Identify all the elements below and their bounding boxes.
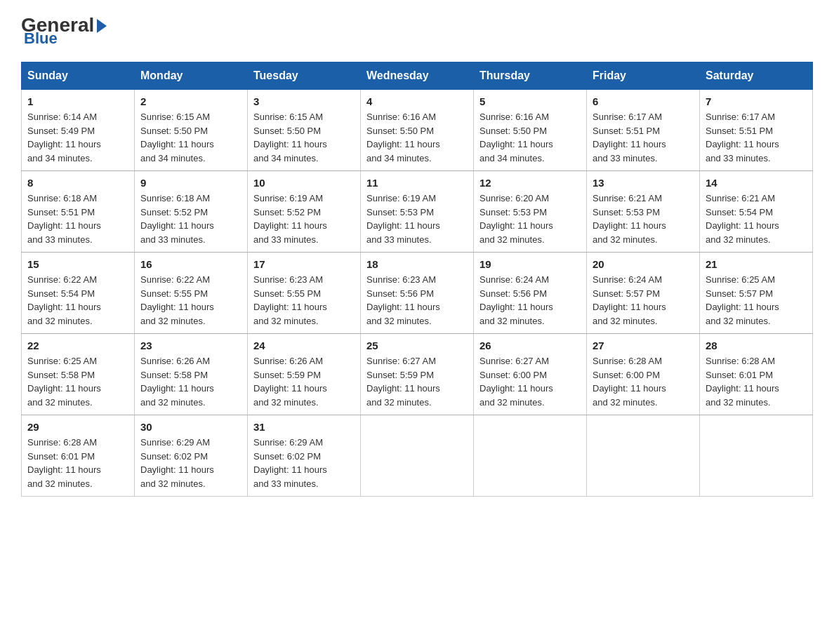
day-number: 19 bbox=[479, 258, 581, 270]
day-info: Sunrise: 6:22 AMSunset: 5:55 PMDaylight:… bbox=[140, 273, 241, 328]
day-info: Sunrise: 6:19 AMSunset: 5:52 PMDaylight:… bbox=[253, 192, 355, 246]
day-info: Sunrise: 6:25 AMSunset: 5:58 PMDaylight:… bbox=[27, 354, 128, 409]
day-cell: 12Sunrise: 6:20 AMSunset: 5:53 PMDayligh… bbox=[474, 171, 587, 253]
day-number: 23 bbox=[140, 340, 241, 351]
day-cell: 29Sunrise: 6:28 AMSunset: 6:01 PMDayligh… bbox=[22, 415, 135, 497]
day-cell: 8Sunrise: 6:18 AMSunset: 5:51 PMDaylight… bbox=[22, 171, 135, 253]
day-number: 31 bbox=[253, 421, 355, 433]
day-number: 4 bbox=[366, 95, 468, 107]
day-info: Sunrise: 6:23 AMSunset: 5:56 PMDaylight:… bbox=[366, 273, 468, 328]
day-number: 8 bbox=[27, 177, 128, 189]
day-number: 21 bbox=[706, 258, 807, 270]
day-cell: 24Sunrise: 6:26 AMSunset: 5:59 PMDayligh… bbox=[248, 334, 361, 415]
day-info: Sunrise: 6:14 AMSunset: 5:49 PMDaylight:… bbox=[27, 110, 128, 165]
day-info: Sunrise: 6:15 AMSunset: 5:50 PMDaylight:… bbox=[253, 110, 355, 165]
day-info: Sunrise: 6:28 AMSunset: 6:01 PMDaylight:… bbox=[27, 436, 128, 490]
header-cell-monday: Monday bbox=[135, 62, 248, 90]
day-cell: 30Sunrise: 6:29 AMSunset: 6:02 PMDayligh… bbox=[135, 415, 248, 497]
day-number: 16 bbox=[140, 258, 241, 270]
day-cell: 31Sunrise: 6:29 AMSunset: 6:02 PMDayligh… bbox=[248, 415, 361, 497]
day-number: 22 bbox=[27, 340, 128, 351]
day-number: 7 bbox=[706, 95, 807, 107]
day-info: Sunrise: 6:28 AMSunset: 6:01 PMDaylight:… bbox=[706, 354, 807, 409]
day-number: 24 bbox=[253, 340, 355, 351]
header-cell-sunday: Sunday bbox=[22, 62, 135, 90]
day-number: 29 bbox=[27, 421, 128, 433]
day-number: 25 bbox=[366, 340, 468, 351]
day-info: Sunrise: 6:21 AMSunset: 5:53 PMDaylight:… bbox=[593, 192, 694, 246]
day-number: 26 bbox=[479, 340, 581, 351]
day-info: Sunrise: 6:23 AMSunset: 5:55 PMDaylight:… bbox=[253, 273, 355, 328]
day-cell: 14Sunrise: 6:21 AMSunset: 5:54 PMDayligh… bbox=[700, 171, 813, 253]
header-row: SundayMondayTuesdayWednesdayThursdayFrid… bbox=[22, 62, 813, 90]
day-cell: 23Sunrise: 6:26 AMSunset: 5:58 PMDayligh… bbox=[135, 334, 248, 415]
day-info: Sunrise: 6:16 AMSunset: 5:50 PMDaylight:… bbox=[479, 110, 581, 165]
day-cell bbox=[361, 415, 474, 497]
day-number: 17 bbox=[253, 258, 355, 270]
day-number: 1 bbox=[27, 95, 128, 107]
day-number: 2 bbox=[140, 95, 241, 107]
day-info: Sunrise: 6:26 AMSunset: 5:58 PMDaylight:… bbox=[140, 354, 241, 409]
day-cell: 20Sunrise: 6:24 AMSunset: 5:57 PMDayligh… bbox=[587, 253, 700, 334]
day-info: Sunrise: 6:27 AMSunset: 6:00 PMDaylight:… bbox=[479, 354, 581, 409]
day-cell: 11Sunrise: 6:19 AMSunset: 5:53 PMDayligh… bbox=[361, 171, 474, 253]
day-number: 28 bbox=[706, 340, 807, 351]
day-number: 30 bbox=[140, 421, 241, 433]
day-number: 10 bbox=[253, 177, 355, 189]
day-cell: 21Sunrise: 6:25 AMSunset: 5:57 PMDayligh… bbox=[700, 253, 813, 334]
day-number: 6 bbox=[593, 95, 694, 107]
day-info: Sunrise: 6:29 AMSunset: 6:02 PMDaylight:… bbox=[140, 436, 241, 490]
header-cell-wednesday: Wednesday bbox=[361, 62, 474, 90]
day-cell: 10Sunrise: 6:19 AMSunset: 5:52 PMDayligh… bbox=[248, 171, 361, 253]
week-row-1: 1Sunrise: 6:14 AMSunset: 5:49 PMDaylight… bbox=[22, 90, 813, 171]
week-row-2: 8Sunrise: 6:18 AMSunset: 5:51 PMDaylight… bbox=[22, 171, 813, 253]
day-number: 12 bbox=[479, 177, 581, 189]
day-number: 27 bbox=[593, 340, 694, 351]
day-cell bbox=[587, 415, 700, 497]
header-cell-friday: Friday bbox=[587, 62, 700, 90]
day-cell bbox=[700, 415, 813, 497]
day-info: Sunrise: 6:20 AMSunset: 5:53 PMDaylight:… bbox=[479, 192, 581, 246]
day-cell: 13Sunrise: 6:21 AMSunset: 5:53 PMDayligh… bbox=[587, 171, 700, 253]
day-info: Sunrise: 6:29 AMSunset: 6:02 PMDaylight:… bbox=[253, 436, 355, 490]
day-info: Sunrise: 6:25 AMSunset: 5:57 PMDaylight:… bbox=[706, 273, 807, 328]
day-cell: 1Sunrise: 6:14 AMSunset: 5:49 PMDaylight… bbox=[22, 90, 135, 171]
logo: General Blue bbox=[21, 14, 107, 48]
day-cell: 26Sunrise: 6:27 AMSunset: 6:00 PMDayligh… bbox=[474, 334, 587, 415]
day-info: Sunrise: 6:28 AMSunset: 6:00 PMDaylight:… bbox=[593, 354, 694, 409]
day-info: Sunrise: 6:16 AMSunset: 5:50 PMDaylight:… bbox=[366, 110, 468, 165]
day-cell: 17Sunrise: 6:23 AMSunset: 5:55 PMDayligh… bbox=[248, 253, 361, 334]
header-cell-saturday: Saturday bbox=[700, 62, 813, 90]
day-info: Sunrise: 6:15 AMSunset: 5:50 PMDaylight:… bbox=[140, 110, 241, 165]
logo-arrow-icon bbox=[97, 19, 107, 33]
day-number: 9 bbox=[140, 177, 241, 189]
day-info: Sunrise: 6:22 AMSunset: 5:54 PMDaylight:… bbox=[27, 273, 128, 328]
day-cell: 7Sunrise: 6:17 AMSunset: 5:51 PMDaylight… bbox=[700, 90, 813, 171]
day-info: Sunrise: 6:17 AMSunset: 5:51 PMDaylight:… bbox=[706, 110, 807, 165]
day-cell: 18Sunrise: 6:23 AMSunset: 5:56 PMDayligh… bbox=[361, 253, 474, 334]
day-cell: 16Sunrise: 6:22 AMSunset: 5:55 PMDayligh… bbox=[135, 253, 248, 334]
day-info: Sunrise: 6:18 AMSunset: 5:51 PMDaylight:… bbox=[27, 192, 128, 246]
day-number: 11 bbox=[366, 177, 468, 189]
header-cell-thursday: Thursday bbox=[474, 62, 587, 90]
calendar-table: SundayMondayTuesdayWednesdayThursdayFrid… bbox=[21, 62, 813, 497]
day-cell: 28Sunrise: 6:28 AMSunset: 6:01 PMDayligh… bbox=[700, 334, 813, 415]
day-info: Sunrise: 6:26 AMSunset: 5:59 PMDaylight:… bbox=[253, 354, 355, 409]
day-info: Sunrise: 6:21 AMSunset: 5:54 PMDaylight:… bbox=[706, 192, 807, 246]
day-info: Sunrise: 6:24 AMSunset: 5:56 PMDaylight:… bbox=[479, 273, 581, 328]
week-row-4: 22Sunrise: 6:25 AMSunset: 5:58 PMDayligh… bbox=[22, 334, 813, 415]
day-info: Sunrise: 6:17 AMSunset: 5:51 PMDaylight:… bbox=[593, 110, 694, 165]
day-cell: 22Sunrise: 6:25 AMSunset: 5:58 PMDayligh… bbox=[22, 334, 135, 415]
day-info: Sunrise: 6:27 AMSunset: 5:59 PMDaylight:… bbox=[366, 354, 468, 409]
day-cell bbox=[474, 415, 587, 497]
day-cell: 4Sunrise: 6:16 AMSunset: 5:50 PMDaylight… bbox=[361, 90, 474, 171]
day-cell: 19Sunrise: 6:24 AMSunset: 5:56 PMDayligh… bbox=[474, 253, 587, 334]
day-number: 15 bbox=[27, 258, 128, 270]
page-header: General Blue bbox=[21, 14, 813, 48]
day-cell: 15Sunrise: 6:22 AMSunset: 5:54 PMDayligh… bbox=[22, 253, 135, 334]
logo-blue-text: Blue bbox=[24, 29, 58, 48]
week-row-3: 15Sunrise: 6:22 AMSunset: 5:54 PMDayligh… bbox=[22, 253, 813, 334]
header-cell-tuesday: Tuesday bbox=[248, 62, 361, 90]
day-info: Sunrise: 6:24 AMSunset: 5:57 PMDaylight:… bbox=[593, 273, 694, 328]
day-info: Sunrise: 6:18 AMSunset: 5:52 PMDaylight:… bbox=[140, 192, 241, 246]
